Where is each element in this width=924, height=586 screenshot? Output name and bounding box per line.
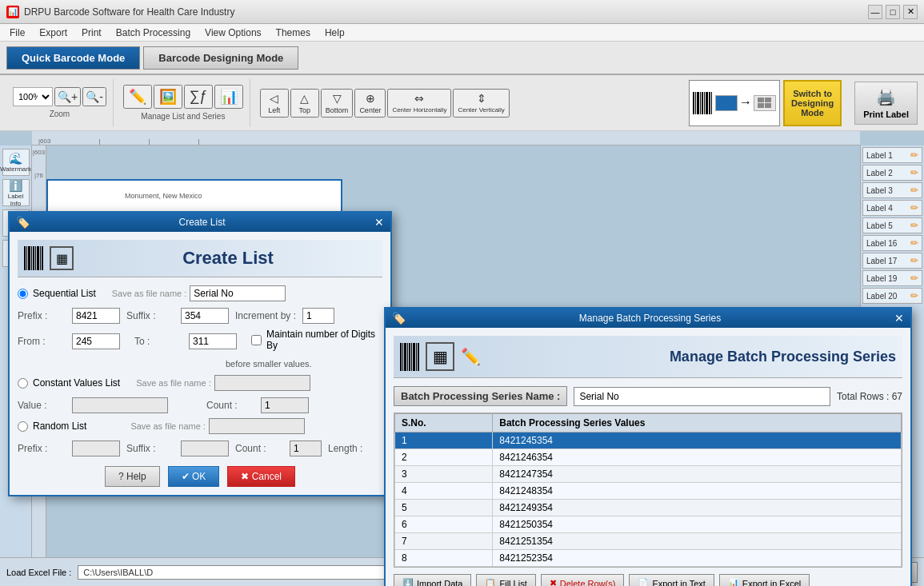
- total-rows-label: Total Rows : 67: [837, 391, 902, 402]
- random-prefix-input[interactable]: [72, 440, 120, 456]
- label-list-item-1[interactable]: Label 1 ✏: [862, 147, 922, 163]
- random-radio[interactable]: [18, 421, 28, 432]
- increment-input[interactable]: [302, 308, 334, 324]
- label-list-item-17[interactable]: Label 17 ✏: [862, 253, 922, 269]
- ok-btn[interactable]: ✔ OK: [168, 466, 220, 487]
- cell-sno: 5: [395, 500, 493, 516]
- random-save-input[interactable]: [209, 418, 305, 434]
- align-center-v-btn[interactable]: ⇕Center Vertically: [453, 89, 509, 118]
- zoom-out-btn[interactable]: 🔍-: [82, 87, 106, 106]
- import-data-btn[interactable]: ⬇️ Import Data: [394, 574, 471, 586]
- constant-save-input[interactable]: [214, 375, 310, 391]
- label-list-item-16[interactable]: Label 16 ✏: [862, 235, 922, 251]
- value-count-row: Value : Count :: [18, 397, 382, 413]
- edit-list-btn[interactable]: ✏️: [123, 85, 152, 109]
- alignment-section: ◁Left △Top ▽Bottom ⊕Center ⇔Center Horiz…: [254, 79, 516, 127]
- random-count-input[interactable]: [290, 440, 322, 456]
- minimize-btn[interactable]: —: [868, 5, 882, 19]
- series-name-input[interactable]: [574, 387, 830, 406]
- cell-value: 8421249354: [493, 500, 902, 516]
- zoom-in-btn[interactable]: 🔍+: [54, 87, 81, 106]
- value-label: Value :: [18, 400, 66, 411]
- label-list-item-2[interactable]: Label 2 ✏: [862, 165, 922, 181]
- align-center-h-btn[interactable]: ⇔Center Horizontally: [387, 89, 451, 118]
- constant-radio[interactable]: [18, 378, 28, 389]
- menu-help[interactable]: Help: [318, 26, 351, 40]
- sequential-radio[interactable]: [18, 289, 28, 299]
- label-list-item-4[interactable]: Label 4 ✏: [862, 200, 922, 216]
- align-left-btn[interactable]: ◁Left: [260, 89, 289, 118]
- table-row[interactable]: 5 8421249354: [395, 500, 902, 516]
- manage-batch-body: ▦ ✏️ Manage Batch Processing Series Batc…: [386, 328, 910, 586]
- constant-radio-row: Constant Values List Save as file name :: [18, 375, 382, 391]
- delete-row-btn[interactable]: ✖ Delete Row(s): [541, 574, 625, 586]
- create-list-close-btn[interactable]: ✕: [374, 216, 384, 229]
- label-list-item-20[interactable]: Label 20 ✏: [862, 288, 922, 304]
- table-row[interactable]: 6 8421250354: [395, 516, 902, 533]
- watermark-tool-btn[interactable]: 🌊 Watermark: [2, 149, 30, 176]
- table-row[interactable]: 2 8421246354: [395, 449, 902, 466]
- save-file-input[interactable]: [190, 285, 286, 301]
- table-row[interactable]: 1 8421245354: [395, 433, 902, 449]
- menu-view-options[interactable]: View Options: [198, 26, 267, 40]
- label-list-item-19[interactable]: Label 19 ✏: [862, 270, 922, 286]
- close-btn[interactable]: ✕: [903, 5, 918, 19]
- table-row[interactable]: 7 8421251354: [395, 533, 902, 550]
- label-info-tool-btn[interactable]: ℹ️ Label Info: [2, 179, 30, 206]
- label-list-item-3[interactable]: Label 3 ✏: [862, 182, 922, 198]
- toolbar: 100% 50% 150% 200% 🔍+ 🔍- Zoom ✏️ 🖼️ ∑ƒ 📊…: [0, 75, 924, 131]
- maximize-btn[interactable]: □: [886, 5, 900, 19]
- zoom-select[interactable]: 100% 50% 150% 200%: [13, 87, 53, 106]
- cell-value: 8421248354: [493, 483, 902, 500]
- manage-batch-close-x-btn[interactable]: ✕: [894, 312, 904, 325]
- export-text-btn[interactable]: 📄 Export in Text: [629, 574, 714, 586]
- app-title: DRPU Barcode Software for Health Care In…: [24, 6, 868, 18]
- print-label-btn[interactable]: 🖨️ Print Label: [854, 82, 918, 125]
- batch-barcode-preview: [400, 343, 419, 371]
- count-input[interactable]: [261, 397, 309, 413]
- prefix-label: Prefix :: [18, 310, 66, 321]
- random-suffix-input[interactable]: [181, 440, 229, 456]
- fill-list-btn[interactable]: 📋 Fill List: [476, 574, 535, 586]
- barcode-designing-mode-btn[interactable]: Barcode Designing Mode: [143, 46, 298, 70]
- create-list-dialog: 🏷️ Create List ✕: [8, 211, 392, 496]
- label-list-item-5[interactable]: Label 5 ✏: [862, 217, 922, 233]
- prefix-input[interactable]: [72, 308, 120, 324]
- save-list-btn[interactable]: 🖼️: [154, 85, 182, 109]
- align-center-btn[interactable]: ⊕Center: [354, 89, 386, 118]
- cell-value: 8421246354: [493, 449, 902, 466]
- table-row[interactable]: 4 8421248354: [395, 483, 902, 500]
- batch-values-table-container[interactable]: S.No. Batch Processing Series Values 1 8…: [394, 413, 902, 568]
- align-top-btn[interactable]: △Top: [290, 89, 319, 118]
- maintain-checkbox[interactable]: [251, 335, 262, 345]
- table-row[interactable]: 8 8421252354: [395, 550, 902, 567]
- align-bottom-btn[interactable]: ▽Bottom: [321, 89, 354, 118]
- mode-icons: →: [715, 95, 776, 111]
- from-label: From :: [18, 336, 66, 347]
- sequential-label: Sequential List: [33, 288, 96, 299]
- manage-buttons: ✏️ 🖼️ ∑ƒ 📊: [123, 85, 243, 109]
- random-count-label: Count :: [235, 443, 283, 454]
- formula-btn[interactable]: ∑ƒ: [184, 85, 213, 109]
- manage-batch-main-title: Manage Batch Processing Series: [487, 349, 896, 365]
- menu-export[interactable]: Export: [33, 26, 74, 40]
- help-btn[interactable]: ? Help: [105, 466, 160, 487]
- export-excel-btn[interactable]: 📊 Export in Excel: [719, 574, 810, 586]
- from-input[interactable]: [72, 333, 120, 349]
- dialog-buttons: ? Help ✔ OK ✖ Cancel: [18, 466, 382, 487]
- suffix-input[interactable]: [181, 308, 229, 324]
- menu-batch-processing[interactable]: Batch Processing: [110, 26, 197, 40]
- menu-print[interactable]: Print: [75, 26, 108, 40]
- value-input[interactable]: [72, 397, 168, 413]
- menu-file[interactable]: File: [3, 26, 31, 40]
- quick-barcode-mode-btn[interactable]: Quick Barcode Mode: [6, 46, 140, 70]
- menu-themes[interactable]: Themes: [270, 26, 317, 40]
- series-btn[interactable]: 📊: [214, 85, 243, 109]
- to-input[interactable]: [189, 333, 237, 349]
- switch-designing-mode-btn[interactable]: Switch toDesigningMode: [783, 80, 842, 126]
- table-row[interactable]: 3 8421247354: [395, 466, 902, 483]
- from-to-row: From : To : Maintain number of Digits By: [18, 329, 382, 354]
- alignment-buttons: ◁Left △Top ▽Bottom ⊕Center ⇔Center Horiz…: [260, 89, 510, 118]
- cancel-btn[interactable]: ✖ Cancel: [227, 466, 295, 487]
- maintain-label: Maintain number of Digits By: [266, 329, 382, 351]
